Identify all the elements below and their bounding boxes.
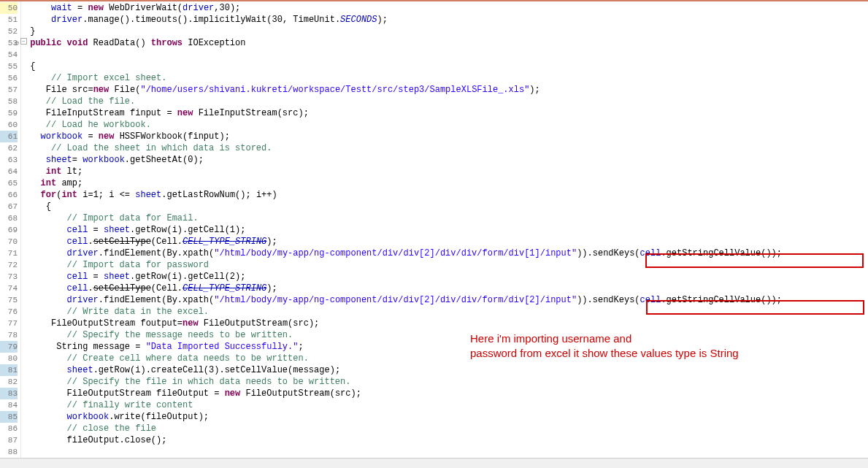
line-number: 67 — [0, 201, 18, 212]
line-number: 78 — [0, 329, 18, 341]
code-line[interactable]: 85 workbook.write(fileOutput); — [0, 411, 868, 423]
code-line[interactable]: 53 public void ReadData() throws IOExcep… — [0, 37, 868, 49]
line-number: 59 — [0, 107, 18, 119]
code-text: wait = new WebDriverWait(driver,30); — [25, 2, 240, 14]
code-line[interactable]: 83 FileOutputStream fileOutput = new Fil… — [0, 388, 868, 399]
line-number: 68 — [0, 212, 18, 224]
line-number: 50 — [0, 2, 18, 14]
code-text: workbook.write(fileOutput); — [25, 411, 209, 423]
code-line[interactable]: 57 File src=new File("/home/users/shivan… — [0, 84, 868, 96]
code-line[interactable]: 59 FileInputStream finput = new FileInpu… — [0, 107, 868, 119]
line-number: 86 — [0, 423, 18, 434]
code-line[interactable]: 60 // Load he workbook. — [0, 119, 868, 131]
line-number: 74 — [0, 283, 18, 294]
line-number: 55 — [0, 61, 18, 72]
code-line[interactable]: 82 // Specify the file in which data nee… — [0, 376, 868, 388]
code-line[interactable]: 74 cell.setCellType(Cell.CELL_TYPE_STRIN… — [0, 283, 868, 294]
line-number: 87 — [0, 434, 18, 446]
code-line[interactable]: 58 // Load the file. — [0, 96, 868, 107]
code-text: // Specify the message needs to be writt… — [25, 329, 293, 341]
code-text: fileOutput.close(); — [25, 434, 166, 446]
code-line[interactable]: 62 // Load the sheet in which data is st… — [0, 142, 868, 154]
line-number: 56 — [0, 72, 18, 84]
code-line[interactable]: 65 int amp; — [0, 177, 868, 189]
line-number: 88 — [0, 446, 18, 458]
code-line[interactable]: 61 workbook = new HSSFWorkbook(finput); — [0, 131, 868, 142]
code-text: // finally write content — [25, 399, 193, 411]
editor-top-border — [0, 0, 868, 1]
line-number: 62 — [0, 142, 18, 154]
code-line[interactable]: 64 int lt; — [0, 166, 868, 177]
line-number: 75 — [0, 294, 18, 306]
code-line[interactable]: 69 cell = sheet.getRow(i).getCell(1); — [0, 224, 868, 236]
horizontal-scrollbar[interactable] — [0, 458, 868, 468]
annotation-text: Here i'm importing username and password… — [470, 331, 739, 361]
code-text: sheet.getRow(i).createCell(3).setCellVal… — [25, 364, 340, 376]
code-line[interactable]: 55 { — [0, 61, 868, 72]
code-line[interactable]: 88 — [0, 446, 868, 458]
line-number: 61 — [0, 131, 18, 142]
line-number: 60 — [0, 119, 18, 131]
code-text: // Specify the file in which data needs … — [25, 376, 350, 388]
code-text: FileOutputStream foutput=new FileOutputS… — [25, 318, 319, 329]
highlight-box-2 — [646, 300, 864, 315]
annotation-line-2: password from excel it show these values… — [470, 347, 739, 359]
code-line[interactable]: 52 } — [0, 26, 868, 37]
line-number: 83 — [0, 388, 18, 399]
code-text: // Import data for Email. — [25, 212, 199, 224]
line-number: 53 — [0, 37, 18, 49]
code-text: // close the file — [25, 423, 156, 434]
code-line[interactable]: 73 cell = sheet.getRow(i).getCell(2); — [0, 271, 868, 283]
code-text: // Import excel sheet. — [25, 72, 166, 84]
line-number: 65 — [0, 177, 18, 189]
code-text: int amp; — [25, 177, 82, 189]
line-number: 84 — [0, 399, 18, 411]
code-text: public void ReadData() throws IOExceptio… — [25, 37, 245, 49]
line-number: 63 — [0, 154, 18, 166]
line-number: 52 — [0, 26, 18, 37]
code-line[interactable]: 77 FileOutputStream foutput=new FileOutp… — [0, 318, 868, 329]
line-number: 73 — [0, 271, 18, 283]
code-line[interactable]: 70 cell.setCellType(Cell.CELL_TYPE_STRIN… — [0, 236, 868, 248]
line-number: 76 — [0, 306, 18, 318]
code-text: // Import data for password — [25, 259, 209, 271]
line-number: 85 — [0, 411, 18, 423]
code-line[interactable]: 63 sheet= workbook.getSheetAt(0); — [0, 154, 868, 166]
code-line[interactable]: 51 driver.manage().timeouts().implicitly… — [0, 14, 868, 26]
code-line[interactable]: 87 fileOutput.close(); — [0, 434, 868, 446]
code-text: workbook = new HSSFWorkbook(finput); — [25, 131, 230, 142]
code-text: for(int i=1; i <= sheet.getLastRowNum();… — [25, 189, 277, 201]
code-editor[interactable]: 50 wait = new WebDriverWait(driver,30);5… — [0, 2, 868, 468]
code-text: FileOutputStream fileOutput = new FileOu… — [25, 388, 361, 399]
code-text: File src=new File("/home/users/shivani.k… — [25, 84, 540, 96]
line-number: 58 — [0, 96, 18, 107]
code-text: String message = "Data Imported Successf… — [25, 341, 304, 353]
code-line[interactable]: 56 // Import excel sheet. — [0, 72, 868, 84]
highlight-box-1 — [645, 253, 864, 268]
annotation-line-1: Here i'm importing username and — [470, 332, 631, 345]
code-line[interactable]: 68 // Import data for Email. — [0, 212, 868, 224]
line-number: 81 — [0, 364, 18, 376]
code-text: // Load he workbook. — [25, 119, 151, 131]
code-line[interactable]: 81 sheet.getRow(i).createCell(3).setCell… — [0, 364, 868, 376]
code-line[interactable]: 50 wait = new WebDriverWait(driver,30); — [0, 2, 868, 14]
code-line[interactable]: 84 // finally write content — [0, 399, 868, 411]
code-text: // Write data in the excel. — [25, 306, 209, 318]
code-text: cell.setCellType(Cell.CELL_TYPE_STRING); — [25, 236, 277, 248]
code-text: driver.manage().timeouts().implicitlyWai… — [25, 14, 388, 26]
code-text: // Create cell where data needs to be wr… — [25, 353, 309, 364]
line-number: 66 — [0, 189, 18, 201]
code-line[interactable]: 66 for(int i=1; i <= sheet.getLastRowNum… — [0, 189, 868, 201]
code-line[interactable]: 67 { — [0, 201, 868, 212]
code-line[interactable]: 54 — [0, 49, 868, 61]
code-line[interactable]: 86 // close the file — [0, 423, 868, 434]
line-number: 51 — [0, 14, 18, 26]
code-text: cell = sheet.getRow(i).getCell(1); — [25, 224, 245, 236]
code-text: FileInputStream finput = new FileInputSt… — [25, 107, 309, 119]
line-number: 64 — [0, 166, 18, 177]
line-number: 80 — [0, 353, 18, 364]
code-text: int lt; — [25, 166, 82, 177]
line-number: 79 — [0, 341, 18, 353]
line-number: 72 — [0, 259, 18, 271]
line-number: 70 — [0, 236, 18, 248]
